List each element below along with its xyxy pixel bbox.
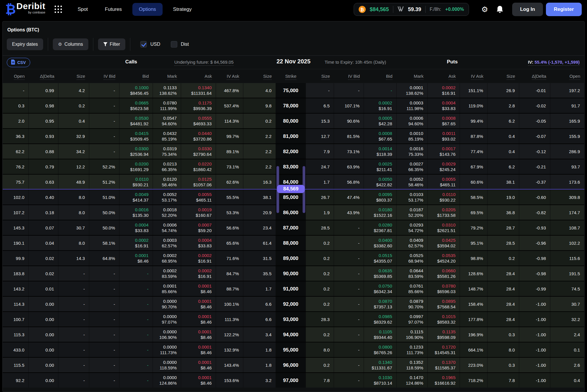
btc-ticker[interactable]: ₿ $84,565 59.39 F./8h: +0.000% <box>354 3 469 16</box>
call-ask-cell[interactable]: 0.0055$465.11 <box>181 190 216 205</box>
put-mark-cell[interactable]: 0.1352118.59% <box>397 358 428 372</box>
call-ask-cell[interactable]: 0.0001$8.46 <box>181 358 216 372</box>
strike-cell[interactable]: 97,000 <box>276 373 306 388</box>
strike-cell[interactable]: 92,000 <box>276 297 306 311</box>
call-mark-cell[interactable]: 0.000185.66% <box>153 281 181 296</box>
put-ask-cell[interactable]: 0.0110$930.22 <box>428 190 460 205</box>
put-bid-cell[interactable]: 0.0014$118.39 <box>364 144 397 159</box>
put-bid-cell[interactable]: 0.0050$422.82 <box>364 175 397 189</box>
option-row-93000[interactable]: 100.70.00---0.000097.07%0.0001$8.46111.3… <box>3 312 584 327</box>
put-bid-cell[interactable]: 0.0008$67.65 <box>364 129 397 143</box>
put-bid-cell[interactable]: 0.0750$6342.34 <box>364 281 397 296</box>
call-ask-cell[interactable]: 0.0002$16.91 <box>181 266 216 281</box>
call-mark-cell[interactable]: 0.031975.34% <box>153 144 181 159</box>
put-mark-cell[interactable]: 0.1233111.73% <box>397 342 428 357</box>
call-ask-cell[interactable]: 0.0001$8.46 <box>181 312 216 327</box>
option-row-92000[interactable]: 114.30.00---0.000090.70%0.0001$8.46100.1… <box>3 297 584 311</box>
call-bid-cell[interactable]: 0.0110$930.21 <box>119 175 153 189</box>
put-mark-cell[interactable]: 0.0001138.62% <box>397 83 428 98</box>
put-ask-cell[interactable]: 0.1370$11585.37 <box>428 358 460 372</box>
strike-cell[interactable]: 83,000 <box>276 159 306 174</box>
put-bid-cell[interactable]: 0.1030$8710.14 <box>364 373 397 388</box>
columns-button[interactable]: ⚙ Columns <box>53 38 88 50</box>
call-bid-cell[interactable]: - <box>119 297 153 311</box>
option-row-80000[interactable]: 2.00.950.4-0.0530$4481.920.054794.60%0.0… <box>3 114 584 128</box>
put-ask-cell[interactable]: 0.0535$4524.20 <box>428 251 460 266</box>
column-header-mark[interactable]: Mark <box>153 74 181 79</box>
underlying-future-value[interactable]: Underlying future: $ 84,569.05 <box>174 60 234 66</box>
call-bid-cell[interactable]: 0.0200$1691.29 <box>119 159 153 174</box>
bell-icon[interactable] <box>496 6 503 13</box>
put-ask-cell[interactable]: 0.0002$16.91 <box>428 83 460 98</box>
put-mark-cell[interactable]: 0.010353.17% <box>397 190 428 205</box>
strike-cell[interactable]: 86,000 <box>276 205 306 220</box>
usd-checkbox[interactable]: USD <box>140 41 160 48</box>
column-header-iv-ask[interactable]: IV Ask <box>460 74 488 79</box>
call-ask-cell[interactable]: 0.1340$11331.64 <box>181 83 216 98</box>
call-ask-cell[interactable]: 0.0004$33.83 <box>181 236 216 250</box>
strike-cell[interactable]: 81,000 <box>276 129 306 143</box>
put-ask-cell[interactable]: 0.0310$2621.51 <box>428 220 460 235</box>
put-bid-cell[interactable]: 0.0800$6765.26 <box>364 342 397 357</box>
put-bid-cell[interactable]: 0.0002$16.91 <box>364 98 397 113</box>
put-mark-cell[interactable]: 0.1115106.90% <box>397 327 428 342</box>
put-mark-cell[interactable]: 0.002766.35% <box>397 159 428 174</box>
column-header-mark[interactable]: Mark <box>397 74 428 79</box>
option-row-89000[interactable]: 99.90.0214.364.8%0.0001$8.460.000268.95%… <box>3 251 584 266</box>
expiry-dates-button[interactable]: Expiry dates <box>7 38 43 50</box>
call-bid-cell[interactable]: - <box>119 312 153 327</box>
column-header-bid[interactable]: Bid <box>119 74 153 79</box>
deribit-logo[interactable]: ₿ Deribit by coinbase <box>5 1 45 18</box>
strike-cell[interactable]: 95,000 <box>276 342 306 357</box>
option-row-97000[interactable]: 92.20.00---0.0000124.86%0.0001$8.46153.6… <box>3 373 584 388</box>
put-ask-cell[interactable]: 0.1015$8583.32 <box>428 312 460 327</box>
strike-cell[interactable]: 88,000 <box>276 236 306 250</box>
option-row-82000[interactable]: 62.20.8834.2-0.0300$2536.940.031975.34%0… <box>3 144 584 159</box>
call-ask-cell[interactable]: 0.0019$160.67 <box>181 205 216 220</box>
call-mark-cell[interactable]: 0.0000118.59% <box>153 358 181 372</box>
put-ask-cell[interactable]: 0.1965$16616.92 <box>428 373 460 388</box>
call-bid-cell[interactable]: 0.0016$135.30 <box>119 205 153 220</box>
dist-checkbox[interactable]: Dist <box>171 41 189 48</box>
put-mark-cell[interactable]: 0.099797.07% <box>397 312 428 327</box>
put-mark-cell[interactable]: 0.018752.20% <box>397 205 428 220</box>
iv-summary[interactable]: IV: 55.4% (-1,570, +1,599) <box>528 60 580 66</box>
put-mark-cell[interactable]: 0.001085.19% <box>397 129 428 143</box>
strike-cell[interactable]: 89,000 <box>276 251 306 266</box>
column-header-iv-bid[interactable]: IV Bid <box>89 74 119 79</box>
column-header-iv-ask[interactable]: IV Ask <box>216 74 243 79</box>
option-row-75000[interactable]: -0.994.2-0.1000$8456.450.1133138.62%0.13… <box>3 83 584 98</box>
call-bid-cell[interactable]: 0.0300$2536.94 <box>119 144 153 159</box>
call-bid-cell[interactable]: 0.0002$16.91 <box>119 236 153 250</box>
call-mark-cell[interactable]: 0.043285.19% <box>153 129 181 143</box>
option-row-83000[interactable]: 76.20.7912.252.2%0.0200$1691.290.021366.… <box>3 159 584 174</box>
put-mark-cell[interactable]: 0.0003111.98% <box>397 98 428 113</box>
call-ask-cell[interactable]: 0.0007$59.20 <box>181 220 216 235</box>
call-ask-cell[interactable]: 0.0001$8.46 <box>181 327 216 342</box>
nav-strategy[interactable]: Strategy <box>167 3 198 16</box>
strike-cell[interactable]: 93,000 <box>276 312 306 327</box>
column-header-open[interactable]: Open <box>3 74 29 79</box>
put-ask-cell[interactable]: 0.0017$143.76 <box>428 144 460 159</box>
call-ask-cell[interactable]: 0.0220$1860.42 <box>181 159 216 174</box>
strike-cell[interactable]: 90,000 <box>276 266 306 281</box>
call-mark-cell[interactable]: 0.000097.07% <box>153 312 181 327</box>
column-header--delta[interactable]: Δ|Delta <box>29 74 58 79</box>
put-bid-cell[interactable]: 0.0515$4355.07 <box>364 251 397 266</box>
put-mark-cell[interactable]: 0.000694.60% <box>397 114 428 128</box>
call-ask-cell[interactable]: 0.0002$16.91 <box>181 251 216 266</box>
put-ask-cell[interactable]: 0.0895$7568.54 <box>428 297 460 311</box>
register-button[interactable]: Register <box>546 3 582 16</box>
call-mark-cell[interactable]: 0.021366.35% <box>153 159 181 174</box>
put-bid-cell[interactable]: 0.1340$11331.67 <box>364 358 397 372</box>
put-bid-cell[interactable]: 0.1105$9344.40 <box>364 327 397 342</box>
call-bid-cell[interactable]: 0.0004$33.83 <box>119 220 153 235</box>
call-ask-cell[interactable]: 0.0001$8.46 <box>181 373 216 388</box>
column-header--delta[interactable]: Δ|Delta <box>519 74 550 79</box>
put-ask-cell[interactable]: 0.0660$5581.26 <box>428 266 460 281</box>
call-mark-cell[interactable]: 0.000268.95% <box>153 251 181 266</box>
call-ask-cell[interactable]: 0.0001$8.46 <box>181 281 216 296</box>
put-bid-cell[interactable]: 0.0985$8329.62 <box>364 312 397 327</box>
option-row-88000[interactable]: 190.10.048.058.1%0.0002$16.910.000362.57… <box>3 236 584 250</box>
option-row-90000[interactable]: 183.80.02---0.000283.59%0.0002$16.9184.7… <box>3 266 584 281</box>
